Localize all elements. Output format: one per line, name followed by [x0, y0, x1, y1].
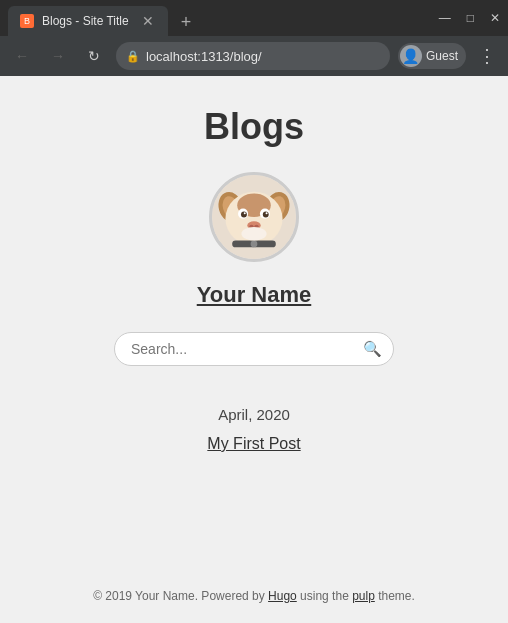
- tab-favicon: B: [20, 14, 34, 28]
- search-input[interactable]: [114, 332, 394, 366]
- svg-point-11: [244, 212, 246, 214]
- dog-avatar-svg: [212, 175, 296, 259]
- refresh-button[interactable]: ↻: [80, 42, 108, 70]
- forward-button[interactable]: →: [44, 42, 72, 70]
- footer-text: © 2019 Your Name. Powered by: [93, 589, 268, 603]
- tab-area: B Blogs - Site Title ✕ +: [8, 0, 200, 36]
- avatar: [209, 172, 299, 262]
- back-button[interactable]: ←: [8, 42, 36, 70]
- new-tab-button[interactable]: +: [172, 8, 200, 36]
- nav-bar: ← → ↻ 🔒 localhost:1313/blog/ 👤 Guest ⋮: [0, 36, 508, 76]
- footer-middle: using the: [297, 589, 352, 603]
- search-container: 🔍: [114, 332, 394, 366]
- svg-point-10: [263, 212, 269, 218]
- close-button[interactable]: ✕: [490, 11, 500, 25]
- post-link[interactable]: My First Post: [207, 435, 300, 453]
- minimize-button[interactable]: —: [439, 11, 451, 25]
- pulp-link[interactable]: pulp: [352, 589, 375, 603]
- svg-point-12: [266, 212, 268, 214]
- browser-menu-button[interactable]: ⋮: [474, 45, 500, 67]
- page-title: Blogs: [204, 106, 304, 148]
- svg-point-9: [241, 212, 247, 218]
- author-name[interactable]: Your Name: [197, 282, 312, 308]
- address-text: localhost:1313/blog/: [146, 49, 262, 64]
- browser-chrome: B Blogs - Site Title ✕ + — □ ✕ ← → ↻ 🔒 l…: [0, 0, 508, 76]
- title-bar: B Blogs - Site Title ✕ + — □ ✕: [0, 0, 508, 36]
- address-bar[interactable]: 🔒 localhost:1313/blog/: [116, 42, 390, 70]
- tab-title: Blogs - Site Title: [42, 14, 132, 28]
- svg-point-20: [241, 227, 266, 240]
- active-tab[interactable]: B Blogs - Site Title ✕: [8, 6, 168, 36]
- tab-close-button[interactable]: ✕: [140, 13, 156, 29]
- svg-point-19: [251, 241, 258, 248]
- footer: © 2019 Your Name. Powered by Hugo using …: [93, 589, 415, 603]
- date-header: April, 2020: [218, 406, 290, 423]
- search-icon: 🔍: [363, 340, 382, 358]
- lock-icon: 🔒: [126, 50, 140, 63]
- profile-menu[interactable]: 👤 Guest: [398, 43, 466, 69]
- window-controls: — □ ✕: [439, 11, 500, 25]
- hugo-link[interactable]: Hugo: [268, 589, 297, 603]
- profile-name: Guest: [426, 49, 458, 63]
- page-content: Blogs: [0, 76, 508, 623]
- footer-end: theme.: [375, 589, 415, 603]
- profile-icon: 👤: [400, 45, 422, 67]
- restore-button[interactable]: □: [467, 11, 474, 25]
